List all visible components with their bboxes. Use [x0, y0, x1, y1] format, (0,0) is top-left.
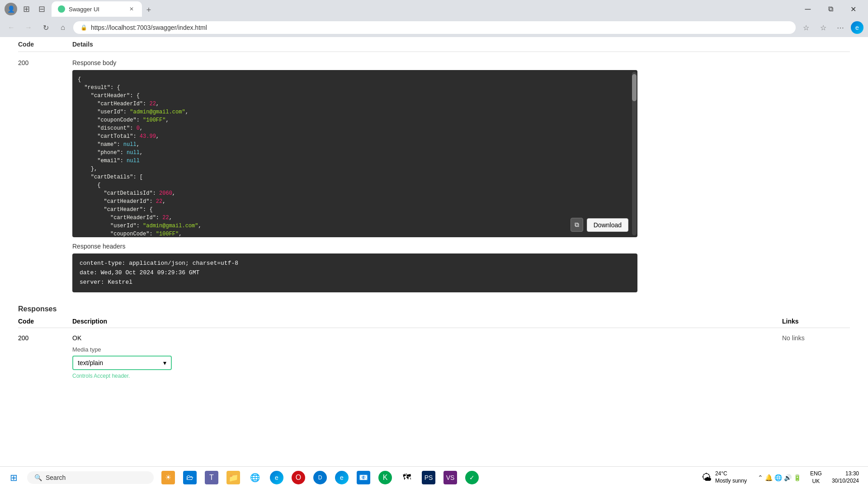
- taskbar-app-opera[interactable]: O: [288, 468, 308, 488]
- chrome-icon: 🌐: [248, 471, 262, 484]
- notification-icon[interactable]: 🔔: [765, 474, 773, 481]
- page-content: Code Details 200 Response body { "result…: [0, 37, 868, 470]
- details-col-header: Details: [72, 41, 850, 48]
- taskbar-app-terminal[interactable]: PS: [419, 468, 439, 488]
- active-tab[interactable]: Swagger UI ✕: [52, 1, 142, 17]
- responses-section: Responses Code Description Links 200 OK …: [18, 305, 850, 383]
- table-header: Code Details: [18, 37, 850, 52]
- windows-icon: ⊞: [10, 472, 18, 483]
- taskbar-app-edge2[interactable]: e: [332, 468, 352, 488]
- browser-chrome: 👤 ⊞ ⊟ Swagger UI ✕ + ─ ⧉ ✕ ← → ↻ ⌂ 🔒 htt…: [0, 0, 868, 37]
- swagger-container: Code Details 200 Response body { "result…: [0, 37, 868, 383]
- refresh-button[interactable]: ↻: [39, 21, 52, 34]
- media-type-value: text/plain: [78, 359, 103, 366]
- speaker-icon[interactable]: 🔊: [784, 474, 792, 481]
- response-headers-block: content-type: application/json; charset=…: [72, 253, 637, 292]
- response-body-code-wrapper: { "result": { "cartHeader": { "cartHeade…: [72, 70, 850, 237]
- battery-icon[interactable]: 🔋: [793, 474, 801, 481]
- more-btn[interactable]: ⋯: [834, 21, 847, 34]
- terminal-icon: PS: [422, 471, 435, 484]
- home-button[interactable]: ⌂: [56, 21, 70, 34]
- forward-button[interactable]: →: [22, 21, 35, 34]
- profile-icon[interactable]: 👤: [5, 3, 17, 15]
- edge-icon[interactable]: e: [851, 21, 863, 34]
- responses-title: Responses: [18, 305, 850, 313]
- taskbar-app-explorer[interactable]: 🗁: [180, 468, 200, 488]
- weather-desc: Mostly sunny: [715, 478, 747, 485]
- history-icon[interactable]: ⊟: [35, 3, 48, 15]
- explorer-icon: 🗁: [183, 471, 197, 484]
- copy-button[interactable]: ⧉: [571, 218, 583, 232]
- weather-info: 24°C Mostly sunny: [715, 470, 747, 484]
- resp-desc-text: OK: [72, 334, 782, 342]
- taskbar-apps: ☀ 🗁 T 📁 🌐 e O D e 📧 K: [158, 468, 697, 488]
- vs-icon: VS: [443, 471, 457, 484]
- download-btn-label: Download: [594, 221, 622, 229]
- taskbar-app-kaspersky[interactable]: K: [375, 468, 395, 488]
- taskbar-app-maps[interactable]: 🗺: [397, 468, 417, 488]
- clock[interactable]: 13:30 30/10/2024: [827, 470, 863, 484]
- outlook-icon: 📧: [357, 471, 370, 484]
- url-bar[interactable]: 🔒 https://localhost:7003/swagger/index.h…: [73, 21, 796, 34]
- response-headers-pre: content-type: application/json; charset=…: [80, 259, 630, 287]
- language-region: ENG UK: [807, 470, 825, 485]
- taskbar-app-edge[interactable]: e: [267, 468, 287, 488]
- resp-links-col-header: Links: [782, 318, 850, 325]
- kaspersky-icon: K: [378, 471, 392, 484]
- opera-icon: O: [292, 471, 305, 484]
- network-icon[interactable]: 🌐: [774, 474, 782, 481]
- response-row-200: 200 Response body { "result": { "cartHea…: [18, 56, 850, 296]
- taskbar-app-antivirus[interactable]: ✓: [462, 468, 482, 488]
- extensions-icon[interactable]: ⊞: [20, 3, 33, 15]
- code-scrollbar[interactable]: [632, 72, 637, 235]
- collections-btn[interactable]: ☆: [816, 21, 830, 34]
- system-tray: 🌤 24°C Mostly sunny ⌃ 🔔 🌐 🔊 🔋 ENG UK 13:…: [697, 469, 863, 486]
- resp-desc-col-header: Description: [72, 318, 782, 325]
- back-button[interactable]: ←: [5, 21, 18, 34]
- edge2-icon: e: [335, 471, 349, 484]
- start-button[interactable]: ⊞: [5, 469, 23, 487]
- taskbar-app-vs[interactable]: VS: [440, 468, 460, 488]
- clock-date: 30/10/2024: [832, 478, 859, 485]
- search-text: Search: [46, 474, 66, 481]
- region-text: UK: [810, 478, 822, 485]
- resp-row-code: 200: [18, 334, 72, 342]
- tab-label: Swagger UI: [69, 6, 124, 13]
- media-type-select[interactable]: text/plain ▾: [72, 356, 172, 370]
- resp-code-col-header: Code: [18, 318, 72, 325]
- system-icons: ⌃ 🔔 🌐 🔊 🔋: [754, 472, 805, 483]
- teams-icon: T: [205, 471, 218, 484]
- taskbar-search[interactable]: 🔍 Search: [27, 471, 154, 484]
- taskbar-app-outlook[interactable]: 📧: [354, 468, 373, 488]
- media-type-label: Media type: [72, 346, 782, 353]
- bookmark-btn[interactable]: ☆: [799, 21, 813, 34]
- weather-app-icon: ☀: [161, 471, 175, 484]
- weather-icon: 🌤: [702, 472, 712, 483]
- resp-row-description: OK Media type text/plain ▾ Controls Acce…: [72, 334, 782, 379]
- search-icon: 🔍: [34, 474, 42, 481]
- close-btn[interactable]: ✕: [843, 2, 863, 16]
- taskbar: ⊞ 🔍 Search ☀ 🗁 T 📁 🌐 e O D e: [0, 466, 868, 488]
- lang-text: ENG: [810, 470, 822, 478]
- antivirus-icon: ✓: [465, 471, 479, 484]
- response-details-200: Response body { "result": { "cartHeader"…: [72, 59, 850, 292]
- tab-close-btn[interactable]: ✕: [127, 5, 136, 13]
- response-code-200: 200: [18, 59, 72, 292]
- resp-row-200: 200 OK Media type text/plain ▾ Controls …: [18, 331, 850, 383]
- restore-btn[interactable]: ⧉: [820, 2, 841, 16]
- title-bar: 👤 ⊞ ⊟ Swagger UI ✕ + ─ ⧉ ✕: [0, 0, 868, 18]
- new-tab-button[interactable]: +: [142, 3, 156, 17]
- minimize-btn[interactable]: ─: [797, 2, 818, 16]
- download-button[interactable]: Download: [587, 218, 628, 232]
- folder-icon: 📁: [226, 471, 240, 484]
- taskbar-app-folder[interactable]: 📁: [223, 468, 243, 488]
- controls-accept-text: Controls Accept header.: [72, 373, 782, 379]
- response-body-code-block[interactable]: { "result": { "cartHeader": { "cartHeade…: [72, 70, 637, 237]
- taskbar-app-chrome[interactable]: 🌐: [245, 468, 265, 488]
- chevron-up-icon[interactable]: ⌃: [758, 474, 763, 481]
- taskbar-app-teams[interactable]: T: [202, 468, 222, 488]
- response-headers-label: Response headers: [72, 243, 850, 250]
- taskbar-app-dell[interactable]: D: [310, 468, 330, 488]
- weather-widget[interactable]: 🌤 24°C Mostly sunny: [697, 469, 751, 486]
- taskbar-app-weather[interactable]: ☀: [158, 468, 178, 488]
